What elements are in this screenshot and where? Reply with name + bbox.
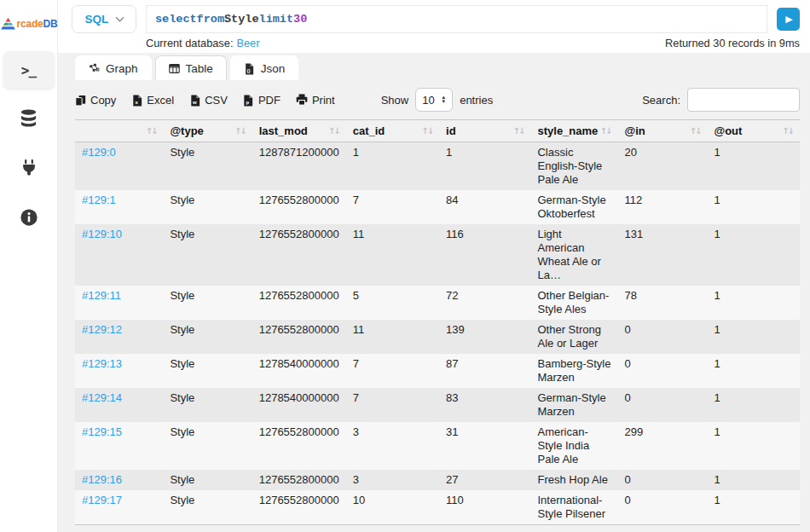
- arcadedb-logo[interactable]: rcadeDB: [0, 0, 57, 48]
- cell-@in: 0: [617, 388, 707, 422]
- cell-cat_id: 3: [346, 422, 439, 470]
- column-header-rid[interactable]: ↑↓: [75, 120, 163, 142]
- cell-rid: #129:1: [75, 190, 163, 224]
- cell-last_mod: 1278540000000: [252, 354, 346, 388]
- record-link[interactable]: #129:12: [82, 323, 122, 336]
- pdf-button[interactable]: p PDF: [243, 94, 281, 107]
- tab-table[interactable]: Table: [155, 55, 227, 80]
- cell-last_mod: 1287871200000: [252, 142, 346, 191]
- current-database-link[interactable]: Beer: [236, 37, 259, 49]
- column-header-style_name[interactable]: style_name↑↓: [530, 120, 617, 142]
- cell-cat_id: 7: [346, 388, 439, 422]
- run-query-button[interactable]: ▶: [777, 8, 800, 31]
- cell-@type: Style: [163, 470, 252, 490]
- cell-@out: 1: [707, 422, 800, 470]
- sort-icon: ↑↓: [328, 126, 339, 136]
- search-input[interactable]: [687, 88, 800, 112]
- sidebar-item-query[interactable]: >_: [3, 51, 55, 89]
- record-link[interactable]: #129:11: [82, 289, 121, 302]
- column-header-label: style_name: [537, 124, 598, 137]
- cell-id: 116: [439, 224, 530, 286]
- tab-graph[interactable]: Graph: [75, 55, 152, 80]
- column-header-label: cat_id: [353, 124, 385, 137]
- cell-rid: #129:11: [75, 286, 163, 320]
- page-size-select[interactable]: 10 ▲▼: [415, 88, 453, 112]
- chevron-down-icon: [116, 14, 124, 22]
- cell-last_mod: 1276552800000: [252, 286, 346, 320]
- sort-icon: ↑↓: [513, 126, 524, 136]
- cell-rid: #129:13: [75, 354, 163, 388]
- record-link[interactable]: #129:15: [82, 425, 122, 438]
- record-link[interactable]: #129:17: [82, 494, 122, 506]
- query-editor[interactable]: select from Style limit 30: [146, 5, 767, 33]
- cell-id: 83: [439, 388, 530, 422]
- cell-@in: 0: [617, 470, 707, 490]
- column-header-@out[interactable]: @out↑↓: [707, 120, 800, 142]
- current-database-label: Current database:: [146, 37, 233, 49]
- cell-@out: 1: [707, 224, 800, 286]
- table-toolbar: Copy x Excel w CSV: [75, 88, 800, 112]
- sidebar-item-database[interactable]: [3, 101, 55, 138]
- cell-last_mod: 1276552800000: [252, 470, 346, 490]
- cell-@type: Style: [163, 490, 252, 525]
- table-row: #129:0Style128787120000011Classic Englis…: [75, 142, 800, 191]
- cell-id: 1: [439, 142, 530, 191]
- cell-id: 87: [439, 354, 530, 388]
- tab-json[interactable]: {} Json: [230, 55, 299, 80]
- sidebar-item-server[interactable]: [3, 150, 55, 188]
- copy-button[interactable]: Copy: [75, 94, 116, 107]
- language-select[interactable]: SQL: [72, 5, 136, 33]
- file-csv-icon: w: [189, 95, 200, 106]
- column-header-label: @type: [170, 124, 203, 137]
- column-header-@type[interactable]: @type↑↓: [163, 120, 252, 142]
- record-link[interactable]: #129:14: [82, 391, 122, 404]
- query-keyword: select: [155, 13, 197, 26]
- csv-button[interactable]: w CSV: [189, 94, 228, 107]
- column-header-label: @in: [624, 124, 645, 137]
- record-link[interactable]: #129:10: [82, 228, 122, 240]
- cell-cat_id: 1: [346, 142, 439, 191]
- column-header-@in[interactable]: @in↑↓: [617, 120, 707, 142]
- table-row: #129:1Style1276552800000784German-Style …: [75, 190, 800, 224]
- cell-cat_id: 5: [346, 286, 439, 320]
- cell-@type: Style: [163, 422, 252, 470]
- cell-style_name: Light American Wheat Ale or La…: [530, 224, 617, 286]
- cell-style_name: Fresh Hop Ale: [530, 470, 617, 490]
- record-link[interactable]: #129:16: [82, 473, 122, 486]
- tab-label: Table: [186, 62, 213, 75]
- cell-@type: Style: [163, 354, 252, 388]
- column-header-last_mod[interactable]: last_mod↑↓: [252, 120, 346, 142]
- cell-@in: 299: [617, 422, 707, 470]
- plug-icon: [20, 159, 38, 180]
- cell-last_mod: 1276552800000: [252, 190, 346, 224]
- table-row: #129:16Style1276552800000327Fresh Hop Al…: [75, 470, 800, 490]
- print-icon: [296, 94, 308, 106]
- cell-style_name: Other Strong Ale or Lager: [530, 320, 617, 354]
- cell-@type: Style: [163, 388, 252, 422]
- cell-@in: 131: [617, 224, 707, 286]
- query-keyword: limit: [259, 13, 294, 26]
- column-header-cat_id[interactable]: cat_id↑↓: [346, 120, 439, 142]
- csv-button-label: CSV: [205, 94, 228, 107]
- sort-icon: ↑↓: [782, 126, 793, 136]
- database-icon: [19, 108, 38, 130]
- table-row: #129:11Style1276552800000572Other Belgia…: [75, 286, 800, 320]
- sidebar-item-information[interactable]: [3, 200, 55, 237]
- sidebar-nav: >_: [0, 48, 57, 237]
- excel-button[interactable]: x Excel: [131, 94, 174, 107]
- table-row: #129:10Style127655280000011116Light Amer…: [75, 224, 800, 286]
- sort-icon: ↑↓: [600, 126, 611, 136]
- cell-rid: #129:15: [75, 422, 163, 470]
- print-button[interactable]: Print: [296, 94, 335, 107]
- table-row: #129:14Style1278540000000783German-Style…: [75, 388, 800, 422]
- cell-last_mod: 1276552800000: [252, 224, 346, 286]
- tab-label: Graph: [106, 62, 138, 75]
- record-link[interactable]: #129:13: [82, 357, 122, 370]
- column-header-id[interactable]: id↑↓: [439, 120, 530, 142]
- table-row: #129:17Style127655280000010110Internatio…: [75, 490, 800, 525]
- query-keyword: from: [197, 13, 224, 26]
- record-link[interactable]: #129:1: [82, 194, 116, 206]
- logo-text-blue: DB: [43, 18, 58, 30]
- record-link[interactable]: #129:0: [82, 146, 116, 159]
- cell-rid: #129:16: [75, 470, 163, 490]
